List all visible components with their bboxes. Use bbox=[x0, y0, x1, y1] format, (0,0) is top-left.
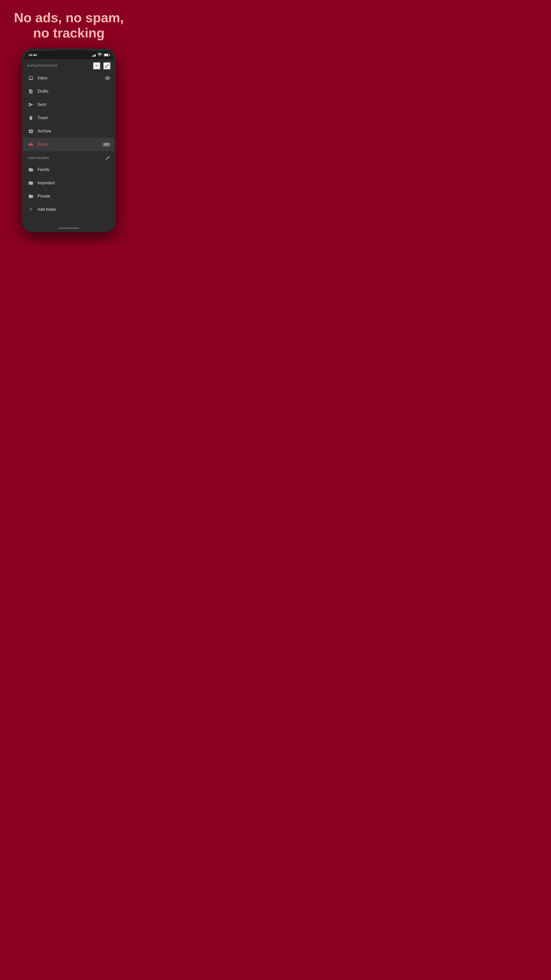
sidebar-item-spam[interactable]: Spam 173 bbox=[23, 138, 114, 151]
home-indicator bbox=[59, 228, 79, 229]
app-content: ALICE@TUTANOTA.DE bbox=[23, 59, 114, 231]
signal-icon bbox=[92, 54, 96, 57]
spam-icon bbox=[27, 141, 35, 148]
battery-icon bbox=[104, 54, 110, 56]
trash-label: Trash bbox=[38, 116, 110, 120]
inbox-label: Inbox bbox=[38, 76, 105, 80]
folder-private-icon bbox=[27, 192, 35, 200]
sent-label: Sent bbox=[38, 102, 110, 107]
folder-important-icon bbox=[27, 180, 35, 186]
sidebar-item-trash[interactable]: Trash bbox=[23, 111, 114, 124]
sidebar-header: ALICE@TUTANOTA.DE bbox=[23, 59, 114, 72]
archive-label: Archive bbox=[38, 129, 110, 134]
filter-button[interactable] bbox=[93, 62, 100, 69]
private-label: Private bbox=[38, 194, 110, 199]
sidebar-item-private[interactable]: Private bbox=[23, 189, 114, 203]
status-time: 14:44 bbox=[28, 53, 37, 57]
spam-badge: 173 bbox=[102, 142, 110, 146]
sidebar-item-inbox[interactable]: Inbox 1 bbox=[23, 72, 114, 85]
sidebar-item-important[interactable]: Important bbox=[23, 177, 114, 189]
headline-line1: No ads, no spam, bbox=[14, 10, 124, 25]
archive-icon bbox=[27, 127, 35, 135]
wifi-icon bbox=[97, 52, 102, 58]
header-actions bbox=[93, 62, 110, 69]
add-folder-label: Add folder bbox=[38, 207, 110, 212]
sent-icon bbox=[27, 101, 35, 108]
drafts-icon bbox=[27, 88, 35, 95]
folders-section-title: YOUR FOLDERS bbox=[27, 157, 49, 159]
headline-line2: no tracking bbox=[14, 25, 124, 41]
folders-edit-button[interactable] bbox=[105, 155, 110, 161]
drafts-label: Drafts bbox=[38, 89, 110, 94]
folder-family-icon bbox=[27, 166, 35, 173]
spam-label: Spam bbox=[38, 142, 102, 147]
family-label: Family bbox=[38, 167, 110, 172]
add-folder-item[interactable]: + Add folder bbox=[23, 203, 114, 216]
headline: No ads, no spam, no tracking bbox=[6, 0, 132, 48]
phone-notch bbox=[54, 50, 84, 56]
status-icons bbox=[92, 52, 110, 58]
sidebar-item-sent[interactable]: Sent bbox=[23, 98, 114, 111]
phone-mockup: 14:44 ALICE@TUTANOTA.DE bbox=[22, 48, 116, 232]
inbox-icon bbox=[27, 75, 35, 82]
folders-section-header: YOUR FOLDERS bbox=[23, 151, 114, 163]
sidebar-item-drafts[interactable]: Drafts bbox=[23, 85, 114, 98]
add-folder-icon: + bbox=[27, 206, 35, 213]
compose-button[interactable] bbox=[103, 62, 110, 69]
trash-icon bbox=[27, 115, 35, 121]
menu-list: Inbox 1 Drafts Sent bbox=[23, 72, 114, 231]
important-label: Important bbox=[38, 181, 110, 185]
account-email: ALICE@TUTANOTA.DE bbox=[27, 64, 57, 67]
inbox-badge: 1 bbox=[105, 76, 110, 80]
sidebar-item-archive[interactable]: Archive bbox=[23, 124, 114, 138]
sidebar-item-family[interactable]: Family bbox=[23, 163, 114, 177]
